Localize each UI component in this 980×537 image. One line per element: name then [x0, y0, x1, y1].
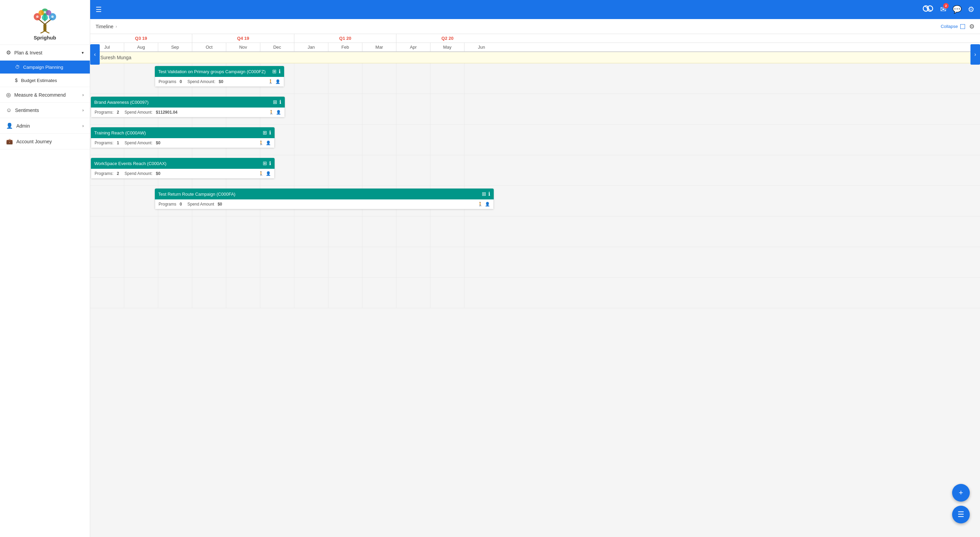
sidebar-item-campaign-planning[interactable]: ⏱ Campaign Planning [0, 61, 90, 74]
info-icon[interactable]: ℹ [279, 69, 281, 75]
campaign-header-c000fa: Test Return Route Campaign (C000FA) ⊞ ℹ [155, 188, 494, 199]
breadcrumb-timeline[interactable]: Timeline [95, 24, 113, 29]
sidebar-item-measure-recommend[interactable]: ◎ Measure & Recommend › [0, 87, 90, 103]
campaign-card-c000fa[interactable]: Test Return Route Campaign (C000FA) ⊞ ℹ … [155, 188, 494, 209]
spend-label: Spend Amount: $0 [188, 79, 223, 84]
top-header: ☰ ✉ 2 💬 ⚙ [90, 0, 980, 19]
chevron-right-icon: › [82, 92, 84, 97]
mail-icon[interactable]: ✉ 2 [940, 5, 946, 14]
add-fab-button[interactable]: + [952, 484, 970, 502]
grid-row-6 [90, 247, 980, 278]
person-badge-icon: 👤 [485, 202, 490, 207]
campaign-title: Brand Awareness (C00097) [94, 100, 273, 105]
campaign-title: Test Return Route Campaign (C000FA) [158, 191, 482, 197]
timeline-inner: ‹ Q3 19 Q4 19 Q1 20 Q2 20 Jul Aug Sep Oc… [90, 34, 980, 308]
sidebar-item-admin[interactable]: 👤 Admin › [0, 118, 90, 134]
sidebar-item-sentiments[interactable]: ☺ Sentiments › [0, 103, 90, 118]
campaign-body-c000fa: Programs 0 Spend Amount $0 🚶 👤 [155, 199, 494, 209]
programs-label: Programs: 2 [95, 171, 119, 176]
campaign-header-icons: ⊞ ℹ [263, 160, 271, 166]
sprighub-logo-icon[interactable] [922, 2, 934, 17]
info-icon[interactable]: ℹ [488, 191, 490, 197]
month-oct: Oct [192, 43, 226, 51]
person-badge-icon: 👤 [266, 140, 271, 145]
quarter-q3-19: Q3 19 [90, 34, 192, 43]
grid-row-7 [90, 278, 980, 308]
month-may: May [430, 43, 465, 51]
programs-label: Programs 0 [159, 79, 182, 84]
quarter-q1-20: Q1 20 [294, 34, 396, 43]
sidebar-logo: Sprighub [0, 0, 90, 45]
sidebar-item-label: Measure & Recommend [14, 92, 66, 98]
month-sep: Sep [158, 43, 192, 51]
sidebar-item-account-journey[interactable]: 💼 Account Journey [0, 134, 90, 150]
grid-icon[interactable]: ⊞ [273, 99, 277, 105]
grid-row-5 [90, 217, 980, 247]
campaign-body-icons: 🚶 👤 [478, 202, 490, 207]
svg-point-10 [46, 10, 51, 16]
sidebar-item-plan-invest[interactable]: ⚙ Plan & Invest ▾ [0, 45, 90, 61]
settings-icon[interactable]: ⚙ [968, 5, 975, 14]
grid-row-0: Test Validation on Primary groups Campai… [90, 63, 980, 94]
dollar-icon: $ [15, 78, 18, 83]
timeline-prev-button[interactable]: ‹ [90, 44, 100, 65]
hamburger-button[interactable]: ☰ [95, 5, 102, 14]
list-fab-button[interactable]: ☰ [952, 506, 970, 523]
chevron-right-icon: › [82, 108, 84, 113]
grid-icon[interactable]: ⊞ [272, 69, 277, 75]
campaign-title: WorkSpace Events Reach (C000AX) [94, 161, 263, 166]
campaign-header-icons: ⊞ ℹ [482, 191, 490, 197]
filter-button[interactable]: ⚙ [969, 23, 975, 30]
campaign-header-c000aw: Training Reach (C000AW) ⊞ ℹ [91, 127, 275, 138]
main-content: ☰ ✉ 2 💬 ⚙ Timeline › [90, 0, 980, 537]
spend-label: Spend Amount: $0 [124, 171, 160, 176]
campaign-card-c000ax[interactable]: WorkSpace Events Reach (C000AX) ⊞ ℹ Prog… [91, 158, 275, 178]
campaign-card-c000aw[interactable]: Training Reach (C000AW) ⊞ ℹ Programs: 1 … [91, 127, 275, 148]
info-icon[interactable]: ℹ [279, 99, 282, 105]
chat-icon[interactable]: 💬 [953, 5, 962, 14]
svg-line-1 [40, 31, 45, 33]
breadcrumb-separator: › [115, 24, 117, 29]
info-icon[interactable]: ℹ [269, 130, 271, 136]
grid-icon[interactable]: ⊞ [263, 160, 267, 166]
month-row: Jul Aug Sep Oct Nov Dec Jan Feb Mar Apr … [90, 43, 980, 52]
grid-icon[interactable]: ⊞ [482, 191, 486, 197]
programs-label: Programs: 2 [95, 110, 119, 115]
collapse-button[interactable]: Collapse [940, 24, 965, 29]
header-icons: ✉ 2 💬 ⚙ [922, 2, 975, 17]
campaign-card-c00097[interactable]: Brand Awareness (C00097) ⊞ ℹ Programs: 2… [91, 97, 285, 117]
mail-badge: 2 [943, 3, 949, 8]
walk-icon: 🚶 [259, 140, 264, 145]
svg-point-13 [43, 11, 46, 13]
fab-container: + ☰ [952, 484, 970, 523]
sidebar-item-label: Campaign Planning [23, 65, 63, 70]
chevron-down-icon: ▾ [82, 50, 84, 55]
campaign-header-icons: ⊞ ℹ [273, 99, 282, 105]
month-feb: Feb [328, 43, 363, 51]
sentiment-icon: ☺ [6, 107, 11, 113]
chevron-right-icon: › [82, 124, 84, 128]
timeline-next-button[interactable]: › [970, 44, 980, 65]
svg-point-11 [42, 14, 48, 21]
timeline-scroll[interactable]: ‹ Q3 19 Q4 19 Q1 20 Q2 20 Jul Aug Sep Oc… [90, 34, 980, 537]
campaign-card-c000fz[interactable]: Test Validation on Primary groups Campai… [155, 66, 284, 87]
clock-icon: ⏱ [15, 64, 20, 70]
campaign-title: Test Validation on Primary groups Campai… [158, 69, 272, 74]
breadcrumb-bar: Timeline › Collapse ⚙ [90, 19, 980, 34]
logo-tree-icon [30, 6, 60, 33]
walk-icon: 🚶 [269, 110, 274, 115]
campaign-body-icons: 🚶 👤 [259, 171, 271, 176]
info-icon[interactable]: ℹ [269, 160, 271, 166]
svg-rect-0 [43, 24, 47, 31]
campaign-header-icons: ⊞ ℹ [263, 130, 271, 136]
sidebar-item-budget-estimates[interactable]: $ Budget Estimates [0, 74, 90, 87]
plan-invest-icon: ⚙ [6, 49, 11, 56]
campaign-header-c000ax: WorkSpace Events Reach (C000AX) ⊞ ℹ [91, 158, 275, 169]
programs-label: Programs: 1 [95, 140, 119, 145]
collapse-icon [960, 24, 965, 29]
grid-icon[interactable]: ⊞ [263, 130, 267, 136]
month-apr: Apr [396, 43, 430, 51]
campaign-header-icons: ⊞ ℹ [272, 69, 281, 75]
walk-icon: 🚶 [259, 171, 264, 176]
app-name: Sprighub [34, 35, 56, 40]
